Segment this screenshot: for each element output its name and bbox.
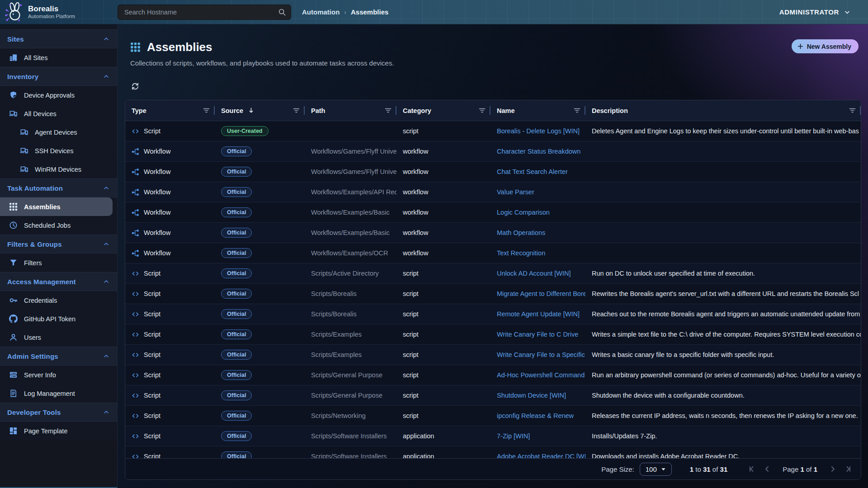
assembly-name-link[interactable]: Borealis - Delete Logs [WIN] <box>497 127 580 135</box>
sidebar-item-log-management[interactable]: Log Management <box>0 384 117 403</box>
sidebar-section-developer-tools[interactable]: Developer Tools <box>0 403 117 422</box>
sidebar-item-users[interactable]: Users <box>0 328 117 347</box>
user-menu[interactable]: ADMINISTRATOR <box>779 8 851 16</box>
table-row[interactable]: WorkflowOfficialWorkflows/Games/Flyff Un… <box>125 141 861 162</box>
column-header-category[interactable]: Category <box>396 100 491 121</box>
source-cell: Official <box>215 284 305 304</box>
sidebar-item-winrm-devices[interactable]: WinRM Devices <box>0 160 117 178</box>
pagination-controls: Page 1 of 1 <box>747 465 853 474</box>
column-header-name[interactable]: Name <box>491 100 585 121</box>
table-row[interactable]: WorkflowOfficialWorkflows/Examples/Basic… <box>125 223 861 243</box>
filter-lines-icon[interactable] <box>203 107 210 114</box>
assembly-name-link[interactable]: Unlock AD Account [WIN] <box>497 270 571 277</box>
search-input[interactable] <box>123 8 278 16</box>
assembly-name-link[interactable]: Character Status Breakdown <box>497 148 580 155</box>
table-row[interactable]: ScriptUser-CreatedscriptBorealis - Delet… <box>125 121 861 141</box>
assembly-name-link[interactable]: Text Recognition <box>497 249 545 257</box>
assembly-name-link[interactable]: Chat Text Search Alerter <box>497 168 568 175</box>
table-row[interactable]: WorkflowOfficialWorkflows/Examples/API R… <box>125 182 861 202</box>
category-cell: script <box>396 365 491 385</box>
assembly-name-link[interactable]: Ad-Hoc Powershell Command [\ <box>497 371 585 379</box>
source-cell: Official <box>215 426 305 446</box>
sidebar-item-page-template[interactable]: Page Template <box>0 422 117 440</box>
filter-lines-icon[interactable] <box>573 107 581 114</box>
description-cell: Writes a simple text file to the C:\ dri… <box>585 324 861 344</box>
page-size-select[interactable]: 100 <box>640 463 672 476</box>
sidebar-item-all-sites[interactable]: All Sites <box>0 48 117 67</box>
column-header-source[interactable]: Source <box>215 100 305 121</box>
type-label: Script <box>144 371 160 379</box>
assembly-name-link[interactable]: Write Canary File to a Specific F <box>497 351 585 358</box>
column-header-path[interactable]: Path <box>305 100 396 121</box>
type-cell: Script <box>125 385 215 405</box>
next-page-button[interactable] <box>828 465 837 474</box>
table-row[interactable]: ScriptOfficialScripts/BorealisscriptMigr… <box>125 284 861 304</box>
last-page-button[interactable] <box>844 465 853 474</box>
sidebar-section-task-automation[interactable]: Task Automation <box>0 178 117 197</box>
table-row[interactable]: ScriptOfficialScripts/General Purposescr… <box>125 385 861 406</box>
assembly-name-link[interactable]: ipconfig Release & Renew <box>497 412 574 419</box>
assembly-name-link[interactable]: 7-Zip [WIN] <box>497 432 530 440</box>
table-row[interactable]: ScriptOfficialScripts/Networkingscriptip… <box>125 406 861 426</box>
sidebar-section-admin-settings[interactable]: Admin Settings <box>0 347 117 366</box>
assembly-name-link[interactable]: Write Canary File to C Drive <box>497 331 578 338</box>
assembly-name-link[interactable]: Math Operations <box>497 229 545 236</box>
sidebar-item-agent-devices[interactable]: Agent Devices <box>0 123 117 141</box>
sidebar-section-access-management[interactable]: Access Management <box>0 272 117 291</box>
sidebar: SitesAll SitesInventoryDevice ApprovalsA… <box>0 24 118 488</box>
breadcrumb-assemblies[interactable]: Assemblies <box>351 8 388 16</box>
source-badge: Official <box>221 370 252 380</box>
sidebar-item-scheduled-jobs[interactable]: Scheduled Jobs <box>0 216 117 235</box>
assembly-name-link[interactable]: Logic Comparison <box>497 209 550 216</box>
sidebar-item-all-devices[interactable]: All Devices <box>0 104 117 123</box>
table-row[interactable]: ScriptOfficialScripts/General Purposescr… <box>125 365 861 385</box>
first-page-button[interactable] <box>747 465 756 474</box>
filter-lines-icon[interactable] <box>292 107 300 114</box>
app-logo[interactable]: Borealis Automation Platform <box>0 2 113 22</box>
sidebar-section-filters-groups[interactable]: Filters & Groups <box>0 235 117 253</box>
assembly-name-link[interactable]: Shutdown Device [WIN] <box>497 392 566 399</box>
table-row[interactable]: WorkflowOfficialWorkflows/Games/Flyff Un… <box>125 162 861 182</box>
sidebar-item-ssh-devices[interactable]: SSH Devices <box>0 141 117 160</box>
table-row[interactable]: ScriptOfficialScripts/ExamplesscriptWrit… <box>125 345 861 365</box>
sidebar-item-github-api-token[interactable]: GitHub API Token <box>0 310 117 328</box>
devices-icon <box>20 165 28 174</box>
column-header-description[interactable]: Description <box>585 100 861 121</box>
assembly-name-link[interactable]: Remote Agent Update [WIN] <box>497 310 580 318</box>
hostname-search[interactable] <box>118 5 291 20</box>
filter-lines-icon[interactable] <box>849 107 856 114</box>
sidebar-item-credentials[interactable]: Credentials <box>0 291 117 310</box>
path-cell: Scripts/Software Installers <box>305 426 396 446</box>
new-assembly-button[interactable]: New Assembly <box>792 39 859 53</box>
previous-page-button[interactable] <box>763 465 772 474</box>
sidebar-item-device-approvals[interactable]: Device Approvals <box>0 86 117 104</box>
filter-lines-icon[interactable] <box>478 107 486 114</box>
sort-down-icon[interactable] <box>247 107 255 114</box>
sidebar-item-server-info[interactable]: Server Info <box>0 366 117 384</box>
breadcrumb-automation[interactable]: Automation <box>302 8 340 16</box>
sidebar-item-label: Agent Devices <box>35 129 77 136</box>
source-badge: Official <box>221 309 252 319</box>
column-header-type[interactable]: Type <box>125 100 215 121</box>
table-row[interactable]: WorkflowOfficialWorkflows/Examples/Basic… <box>125 202 861 223</box>
source-cell: Official <box>215 263 305 283</box>
table-row[interactable]: ScriptOfficialScripts/Active Directorysc… <box>125 263 861 284</box>
source-cell: Official <box>215 365 305 385</box>
sidebar-item-assemblies[interactable]: Assemblies <box>0 197 113 216</box>
sidebar-section-sites[interactable]: Sites <box>0 29 117 48</box>
source-cell: Official <box>215 243 305 263</box>
table-row[interactable]: ScriptOfficialScripts/BorealisscriptRemo… <box>125 304 861 324</box>
filter-lines-icon[interactable] <box>384 107 392 114</box>
page-size-value: 100 <box>646 465 657 473</box>
refresh-button[interactable] <box>130 81 140 91</box>
assemblies-grid-icon <box>130 42 141 52</box>
description-cell: Run on DC to unlock user specified at ti… <box>585 263 861 283</box>
assembly-name-link[interactable]: Migrate Agent to Different Borea <box>497 290 585 297</box>
search-icon[interactable] <box>278 8 286 16</box>
table-row[interactable]: ScriptOfficialScripts/Software Installer… <box>125 426 861 446</box>
table-row[interactable]: ScriptOfficialScripts/ExamplesscriptWrit… <box>125 324 861 345</box>
sidebar-section-inventory[interactable]: Inventory <box>0 67 117 86</box>
assembly-name-link[interactable]: Value Parser <box>497 188 534 196</box>
sidebar-item-filters[interactable]: Filters <box>0 253 117 272</box>
table-row[interactable]: WorkflowOfficialWorkflows/Examples/OCRwo… <box>125 243 861 263</box>
